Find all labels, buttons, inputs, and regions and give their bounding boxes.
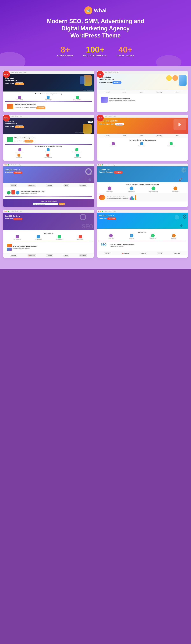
nav-item[interactable]: Pages — [113, 210, 116, 212]
icon3-2: Link Building — [45, 148, 51, 152]
provide-text-2: Lead Generation — [121, 191, 142, 192]
learn-more-btn-1[interactable]: Learn More — [36, 106, 45, 109]
card7-magnifier — [80, 214, 86, 220]
card7-fig-2 — [7, 248, 12, 251]
card6-cta-btn[interactable]: Get Started — [114, 171, 123, 174]
traffic-icon — [99, 195, 105, 200]
nav-item[interactable]: Whal — [11, 164, 13, 166]
step-circle-4: 4 — [172, 234, 176, 237]
icon3-box-4 — [17, 154, 20, 156]
card2-cta-btn[interactable]: Get Started — [112, 81, 121, 84]
divider-1 — [5, 102, 92, 102]
logo4-inoko: INOKO — [122, 135, 127, 137]
nav-item[interactable]: Blog — [117, 72, 120, 73]
card5-cta-btn[interactable]: Get Started — [13, 172, 22, 174]
nav-item[interactable]: Home — [15, 72, 18, 73]
dot-green-7 — [8, 210, 9, 212]
nav-item[interactable]: Blog — [23, 72, 26, 73]
why-icon-4 — [79, 235, 82, 238]
card8-cta-btn[interactable]: Get Started — [107, 218, 116, 220]
logo-godme: godme — [139, 91, 144, 93]
stats-row: 8+ HOME PAGES 100+ BLOCK ELEMENTS 40+ TO… — [3, 46, 188, 57]
divider-5 — [5, 196, 92, 196]
card4-icon-box-1 — [112, 142, 115, 145]
nav-item[interactable]: Home — [109, 116, 112, 117]
step-4: 4 Launch Now — [172, 234, 176, 239]
card7-logos-row: @attribers ⭕ Yauctions ⬡ pfCircle ○ Circ… — [3, 253, 94, 258]
new-badge-4: NEW! — [97, 115, 104, 122]
logo5-3: ⬡ pfCircle — [46, 184, 53, 186]
icon3-box-5 — [46, 154, 49, 156]
hero-section: 🐋 Whal Modern SEO, SMM, Advertising and … — [0, 0, 191, 66]
icon3-box-6 — [76, 154, 79, 156]
bar-2 — [131, 196, 133, 200]
logo-sameday: SameDay — [156, 91, 163, 93]
screenshot-card-5: Whal Home Pages Best SEO Service inThe W… — [3, 164, 94, 207]
nav-item[interactable]: Home — [15, 116, 18, 117]
card7-cta-btn[interactable]: Get Started — [13, 218, 22, 220]
website-url-input[interactable] — [33, 203, 58, 205]
card1-section: Giving best solutions to grow your busin… — [5, 102, 92, 110]
nav-item[interactable]: Whal — [11, 116, 13, 117]
brand-logo-icon: 🐋 — [84, 6, 92, 14]
card3-section-1: Giving best solutions to grow your busin… — [5, 136, 92, 144]
nav-item[interactable]: Pages — [113, 164, 116, 166]
icon3-6: Digital Marketing — [74, 154, 81, 158]
nav-item[interactable]: Pages — [19, 210, 22, 212]
logo4-starter: starter — [175, 135, 180, 137]
mini-browser-4: Whal Home Pages — [97, 115, 188, 118]
step-3: 3 Today Progress — [150, 234, 156, 239]
card2-hero-text: We help startupcompanies find theirway t… — [99, 76, 143, 84]
nav-item[interactable]: Pages — [19, 72, 22, 73]
step-circle-3: 3 — [151, 234, 155, 237]
card4-cta-btn[interactable]: Get Started — [115, 123, 124, 126]
nav-item[interactable]: Whal — [11, 72, 13, 73]
nav-item[interactable]: Whal — [105, 210, 107, 212]
learn-more-btn-3[interactable]: Learn More — [24, 140, 34, 143]
card6-deco-art: ⚙️ — [181, 167, 187, 173]
nav-item[interactable]: Home — [15, 210, 18, 212]
nav-item[interactable]: Pages — [19, 116, 22, 117]
bar-1 — [130, 198, 131, 200]
nav-item[interactable]: Home — [109, 164, 112, 166]
logo5-4: ○ Circle — [63, 184, 69, 186]
logo8-1: @attribers — [104, 252, 111, 254]
card3-hero-text: Grow yourbusiness withmore profit Get St… — [5, 120, 53, 128]
nav-item[interactable]: Whal — [105, 72, 107, 73]
nav-item[interactable]: Whal — [11, 210, 13, 212]
stat-number-1: 8+ — [57, 46, 74, 54]
card4-icon-3: SEO Management — [167, 142, 175, 146]
figure-yellow — [166, 75, 172, 81]
nav-item[interactable]: Home — [109, 210, 112, 212]
card8-hero-section: Best SEO Service inThe World Get Started… — [97, 213, 188, 228]
nav-item[interactable]: Whal — [105, 164, 107, 166]
why-text-1: Web Development — [7, 239, 27, 240]
logo4-kusha: kusha — [105, 135, 110, 137]
stat-total-pages: 40+ TOTAL PAGES — [117, 46, 134, 57]
bar-4 — [135, 196, 136, 200]
card1-cta-btn[interactable]: Get Started — [15, 82, 24, 85]
nav-item[interactable]: Home — [109, 72, 112, 73]
logo-inoko: INOKO — [122, 91, 127, 93]
card3-cta-btn[interactable]: Get Started — [15, 126, 24, 128]
why-grid: Web Development Web Optimization Web Con… — [7, 235, 90, 240]
section-text-3a: Giving best solutions to grow your busin… — [14, 137, 35, 143]
card2-body: Giving best solutions to grow your busin… — [97, 94, 188, 105]
nav-item[interactable]: Pages — [113, 116, 116, 117]
card7-figs — [7, 244, 12, 251]
nav-item[interactable]: Pages — [19, 164, 22, 166]
mini-nav-2: Whal Home Pages Blog — [105, 72, 187, 73]
card3-icons-row-2: Link Analysis Global Outsourcing Digital… — [5, 154, 92, 158]
nav-item[interactable]: Home — [15, 164, 18, 166]
provide-text-1: Market Analysis — [99, 191, 120, 192]
dot-green-8 — [102, 210, 103, 212]
dot-green-6 — [102, 164, 103, 166]
nav-item[interactable]: Pages — [113, 72, 116, 73]
stat-number-2: 100+ — [83, 46, 107, 54]
stat-number-3: 40+ — [117, 46, 134, 54]
provide-text-3: Social Media Marketing — [143, 191, 164, 192]
card4-icon-1: Email Marketing — [110, 142, 117, 146]
cta-input-row: Check — [33, 203, 65, 205]
check-seo-btn[interactable]: Check — [59, 203, 65, 205]
nav-item[interactable]: Whal — [105, 116, 107, 117]
